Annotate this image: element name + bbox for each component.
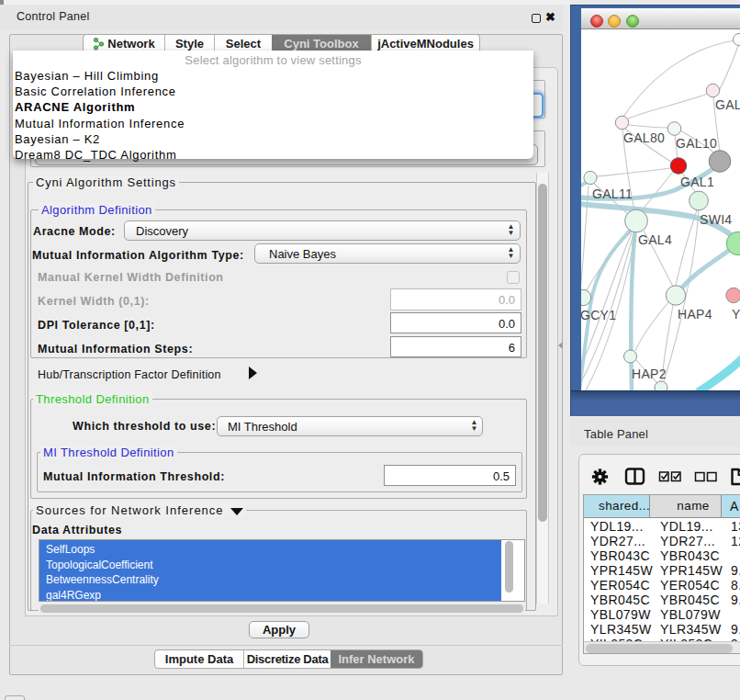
svg-text:HAP4: HAP4	[678, 307, 712, 322]
svg-text:SWI4: SWI4	[700, 212, 732, 227]
svg-text:GAL80: GAL80	[623, 130, 665, 145]
svg-text:GAL4: GAL4	[638, 232, 672, 247]
svg-text:GCY1: GCY1	[581, 308, 616, 322]
svg-text:HAP2: HAP2	[632, 367, 667, 381]
svg-text:YJ: YJ	[732, 307, 740, 322]
svg-text:GAL1: GAL1	[680, 175, 714, 189]
svg-text:GAL11: GAL11	[592, 186, 633, 201]
svg-text:GAL10: GAL10	[676, 136, 717, 151]
svg-text:GAL7: GAL7	[715, 97, 740, 112]
